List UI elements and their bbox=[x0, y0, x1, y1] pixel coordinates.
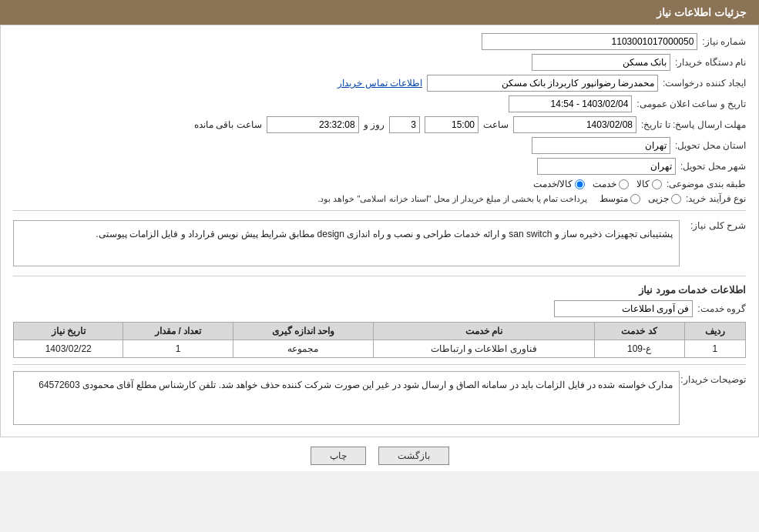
days-input[interactable] bbox=[389, 116, 420, 133]
buyer-row: نام دستگاه خریدار: bbox=[13, 54, 746, 71]
city-label: شهر محل تحویل: bbox=[680, 161, 746, 172]
contact-info-link[interactable]: اطلاعات تماس خریدار bbox=[338, 78, 422, 89]
purchase-type-label: نوع فرآیند خرید: bbox=[686, 193, 746, 204]
description-row: شرح کلی نیاز: پشتیبانی تجهیزات ذخیره ساز… bbox=[13, 217, 746, 269]
creator-label: ایجاد کننده درخواست: bbox=[663, 78, 746, 89]
remaining-label: ساعت باقی مانده bbox=[194, 119, 262, 130]
city-row: شهر محل تحویل: bbox=[13, 158, 746, 175]
category-option-khedmat[interactable]: خدمت bbox=[593, 179, 629, 189]
province-row: استان محل تحویل: bbox=[13, 137, 746, 154]
buyer-input[interactable] bbox=[532, 54, 670, 71]
request-number-row: شماره نیاز: bbox=[13, 33, 746, 50]
remaining-input[interactable] bbox=[267, 116, 359, 133]
service-group-input[interactable] bbox=[554, 300, 693, 317]
category-label: طبقه بندی موضوعی: bbox=[667, 179, 746, 189]
service-group-row: گروه خدمت: bbox=[13, 300, 746, 317]
province-input[interactable] bbox=[532, 137, 670, 154]
date-input[interactable] bbox=[509, 95, 632, 112]
buyer-notes-text: مدارک خواسته شده در فایل الزامات باید در… bbox=[39, 380, 673, 390]
response-time-input[interactable] bbox=[425, 116, 479, 133]
bottom-buttons: بازگشت چاپ bbox=[0, 437, 759, 471]
category-radio-group: کالا خدمت کالا/خدمت bbox=[533, 179, 662, 189]
divider-3 bbox=[13, 364, 746, 365]
cell-need-date: 1403/02/22 bbox=[14, 340, 123, 358]
cell-service-code: ع-109 bbox=[594, 340, 684, 358]
page-title: جزئیات اطلاعات نیاز bbox=[657, 6, 747, 18]
col-row-num: ردیف bbox=[684, 323, 745, 340]
request-number-input[interactable] bbox=[482, 33, 697, 50]
category-row: طبقه بندی موضوعی: کالا خدمت کالا/خدمت bbox=[13, 179, 746, 189]
table-row: 1 ع-109 فناوری اطلاعات و ارتباطات مجموعه… bbox=[14, 340, 746, 358]
back-button[interactable]: بازگشت bbox=[378, 447, 449, 465]
purchase-option-jozi[interactable]: جزیی bbox=[648, 193, 681, 204]
cell-row-num: 1 bbox=[684, 340, 745, 358]
col-quantity: تعداد / مقدار bbox=[123, 323, 233, 340]
page-header: جزئیات اطلاعات نیاز bbox=[0, 0, 759, 25]
announcement-date-row: تاریخ و ساعت اعلان عمومی: bbox=[13, 95, 746, 112]
days-label: روز و bbox=[364, 119, 385, 130]
purchase-type-radio-group: جزیی متوسط bbox=[599, 193, 681, 204]
print-button[interactable]: چاپ bbox=[311, 447, 366, 465]
category-option-kala[interactable]: کالا bbox=[636, 179, 662, 189]
purchase-note: پرداخت تمام یا بخشی از مبلغ خریدار از مح… bbox=[317, 194, 587, 204]
main-container: جزئیات اطلاعات نیاز شماره نیاز: نام دستگ… bbox=[0, 0, 759, 471]
response-deadline-row: مهلت ارسال پاسخ: تا تاریخ: ساعت روز و سا… bbox=[13, 116, 746, 133]
request-number-label: شماره نیاز: bbox=[702, 36, 746, 47]
response-date-input[interactable] bbox=[513, 116, 636, 133]
purchase-type-row: نوع فرآیند خرید: جزیی متوسط پرداخت تمام … bbox=[13, 193, 746, 204]
col-service-name: نام خدمت bbox=[374, 323, 594, 340]
divider-1 bbox=[13, 210, 746, 211]
province-label: استان محل تحویل: bbox=[675, 140, 746, 151]
creator-input[interactable] bbox=[427, 75, 658, 92]
col-unit: واحد اندازه گیری bbox=[233, 323, 373, 340]
buyer-notes-row: توضیحات خریدار: مدارک خواسته شده در فایل… bbox=[13, 371, 746, 425]
category-option-kala-khedmat[interactable]: کالا/خدمت bbox=[533, 179, 585, 189]
city-input[interactable] bbox=[537, 158, 676, 175]
services-table: ردیف کد خدمت نام خدمت واحد اندازه گیری ت… bbox=[13, 322, 746, 358]
date-label: تاریخ و ساعت اعلان عمومی: bbox=[636, 99, 746, 109]
divider-2 bbox=[13, 276, 746, 276]
service-group-label: گروه خدمت: bbox=[697, 303, 746, 314]
description-label: شرح کلی نیاز: bbox=[684, 217, 746, 231]
cell-service-name: فناوری اطلاعات و ارتباطات bbox=[374, 340, 594, 358]
buyer-notes-box: مدارک خواسته شده در فایل الزامات باید در… bbox=[13, 371, 680, 425]
content-area: شماره نیاز: نام دستگاه خریدار: ایجاد کنن… bbox=[0, 25, 759, 437]
purchase-option-motevaset[interactable]: متوسط bbox=[599, 193, 640, 204]
creator-row: ایجاد کننده درخواست: اطلاعات تماس خریدار bbox=[13, 75, 746, 92]
buyer-notes-label: توضیحات خریدار: bbox=[684, 371, 746, 385]
service-info-title: اطلاعات خدمات مورد نیاز bbox=[13, 284, 746, 296]
cell-unit: مجموعه bbox=[233, 340, 373, 358]
description-box: پشتیبانی تجهیزات ذخیره ساز و san switch … bbox=[13, 220, 680, 266]
response-date-label: مهلت ارسال پاسخ: تا تاریخ: bbox=[641, 119, 746, 130]
cell-quantity: 1 bbox=[123, 340, 233, 358]
description-text: پشتیبانی تجهیزات ذخیره ساز و san switch … bbox=[96, 229, 673, 239]
time-label: ساعت bbox=[483, 119, 509, 130]
buyer-label: نام دستگاه خریدار: bbox=[675, 57, 746, 68]
col-service-code: کد خدمت bbox=[594, 323, 684, 340]
col-need-date: تاریخ نیاز bbox=[14, 323, 123, 340]
